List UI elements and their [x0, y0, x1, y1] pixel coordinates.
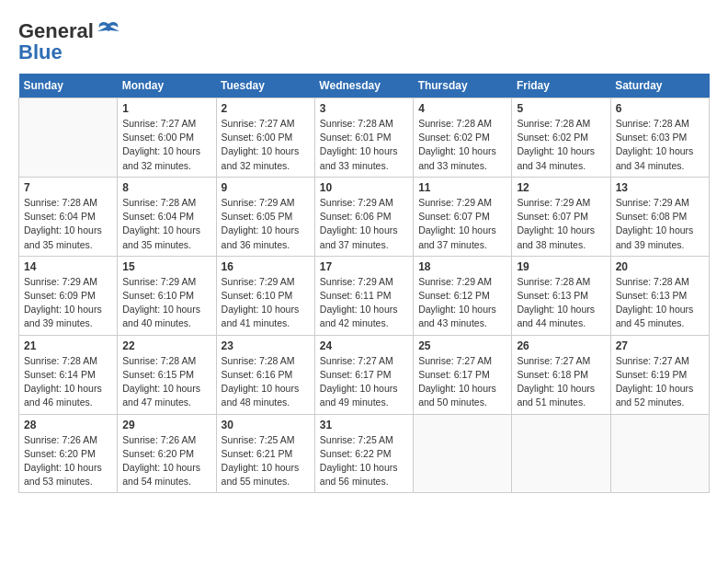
day-number: 28	[24, 419, 112, 431]
calendar-cell: 25Sunrise: 7:27 AM Sunset: 6:17 PM Dayli…	[414, 335, 512, 414]
day-info: Sunrise: 7:29 AM Sunset: 6:06 PM Dayligh…	[320, 196, 408, 252]
calendar-cell: 2Sunrise: 7:27 AM Sunset: 6:00 PM Daylig…	[216, 98, 314, 178]
calendar-week-5: 28Sunrise: 7:26 AM Sunset: 6:20 PM Dayli…	[19, 414, 710, 493]
calendar-cell: 22Sunrise: 7:28 AM Sunset: 6:15 PM Dayli…	[118, 335, 216, 414]
day-number: 25	[418, 339, 506, 352]
day-number: 22	[122, 339, 210, 352]
day-number: 23	[222, 339, 310, 352]
calendar-cell: 26Sunrise: 7:27 AM Sunset: 6:18 PM Dayli…	[512, 335, 610, 414]
calendar-cell	[414, 414, 512, 493]
day-number: 14	[24, 260, 112, 273]
day-info: Sunrise: 7:27 AM Sunset: 6:18 PM Dayligh…	[517, 354, 605, 410]
day-number: 15	[122, 260, 210, 273]
column-header-wednesday: Wednesday	[314, 74, 413, 98]
day-info: Sunrise: 7:28 AM Sunset: 6:13 PM Dayligh…	[517, 275, 605, 331]
calendar-cell: 11Sunrise: 7:29 AM Sunset: 6:07 PM Dayli…	[414, 177, 512, 256]
day-number: 31	[320, 419, 408, 431]
day-info: Sunrise: 7:25 AM Sunset: 6:22 PM Dayligh…	[320, 433, 408, 489]
calendar-cell: 24Sunrise: 7:27 AM Sunset: 6:17 PM Dayli…	[314, 335, 413, 414]
day-info: Sunrise: 7:29 AM Sunset: 6:10 PM Dayligh…	[122, 275, 210, 331]
day-number: 6	[616, 102, 704, 115]
column-header-friday: Friday	[512, 74, 610, 98]
day-number: 30	[222, 419, 310, 431]
calendar-cell: 17Sunrise: 7:29 AM Sunset: 6:11 PM Dayli…	[314, 256, 413, 335]
day-info: Sunrise: 7:29 AM Sunset: 6:10 PM Dayligh…	[222, 275, 310, 331]
day-number: 18	[418, 260, 506, 273]
day-info: Sunrise: 7:28 AM Sunset: 6:13 PM Dayligh…	[616, 275, 704, 331]
day-number: 1	[122, 102, 210, 115]
day-info: Sunrise: 7:29 AM Sunset: 6:08 PM Dayligh…	[616, 196, 704, 252]
day-info: Sunrise: 7:27 AM Sunset: 6:00 PM Dayligh…	[122, 117, 210, 173]
calendar-week-3: 14Sunrise: 7:29 AM Sunset: 6:09 PM Dayli…	[19, 256, 710, 335]
logo: General Blue	[18, 18, 121, 64]
calendar-cell: 5Sunrise: 7:28 AM Sunset: 6:02 PM Daylig…	[512, 98, 610, 178]
day-number: 29	[122, 419, 210, 431]
calendar-cell: 8Sunrise: 7:28 AM Sunset: 6:04 PM Daylig…	[118, 177, 216, 256]
day-number: 4	[418, 102, 506, 115]
calendar-cell: 30Sunrise: 7:25 AM Sunset: 6:21 PM Dayli…	[216, 414, 314, 493]
day-info: Sunrise: 7:27 AM Sunset: 6:19 PM Dayligh…	[616, 354, 704, 410]
calendar-cell: 12Sunrise: 7:29 AM Sunset: 6:07 PM Dayli…	[512, 177, 610, 256]
calendar-cell: 19Sunrise: 7:28 AM Sunset: 6:13 PM Dayli…	[512, 256, 610, 335]
calendar-cell: 4Sunrise: 7:28 AM Sunset: 6:02 PM Daylig…	[414, 98, 512, 178]
column-header-thursday: Thursday	[414, 74, 512, 98]
column-header-tuesday: Tuesday	[216, 74, 314, 98]
day-number: 24	[320, 339, 408, 352]
calendar-cell: 3Sunrise: 7:28 AM Sunset: 6:01 PM Daylig…	[314, 98, 413, 178]
day-info: Sunrise: 7:28 AM Sunset: 6:16 PM Dayligh…	[222, 354, 310, 410]
page-header: General Blue	[18, 18, 710, 64]
day-info: Sunrise: 7:29 AM Sunset: 6:11 PM Dayligh…	[320, 275, 408, 331]
day-number: 17	[320, 260, 408, 273]
calendar-cell: 10Sunrise: 7:29 AM Sunset: 6:06 PM Dayli…	[314, 177, 413, 256]
day-number: 5	[517, 102, 605, 115]
day-info: Sunrise: 7:29 AM Sunset: 6:07 PM Dayligh…	[418, 196, 506, 252]
day-info: Sunrise: 7:29 AM Sunset: 6:07 PM Dayligh…	[517, 196, 605, 252]
day-info: Sunrise: 7:28 AM Sunset: 6:14 PM Dayligh…	[24, 354, 112, 410]
day-number: 8	[122, 181, 210, 194]
day-number: 2	[222, 102, 310, 115]
day-info: Sunrise: 7:27 AM Sunset: 6:00 PM Dayligh…	[222, 117, 310, 173]
day-number: 10	[320, 181, 408, 194]
day-info: Sunrise: 7:28 AM Sunset: 6:01 PM Dayligh…	[320, 117, 408, 173]
calendar-cell: 21Sunrise: 7:28 AM Sunset: 6:14 PM Dayli…	[19, 335, 118, 414]
calendar-cell: 31Sunrise: 7:25 AM Sunset: 6:22 PM Dayli…	[314, 414, 413, 493]
day-info: Sunrise: 7:26 AM Sunset: 6:20 PM Dayligh…	[24, 433, 112, 489]
day-info: Sunrise: 7:28 AM Sunset: 6:04 PM Dayligh…	[122, 196, 210, 252]
calendar-cell: 13Sunrise: 7:29 AM Sunset: 6:08 PM Dayli…	[610, 177, 709, 256]
day-info: Sunrise: 7:29 AM Sunset: 6:05 PM Dayligh…	[222, 196, 310, 252]
day-info: Sunrise: 7:27 AM Sunset: 6:17 PM Dayligh…	[418, 354, 506, 410]
calendar-cell	[610, 414, 709, 493]
day-info: Sunrise: 7:27 AM Sunset: 6:17 PM Dayligh…	[320, 354, 408, 410]
calendar-header-row: SundayMondayTuesdayWednesdayThursdayFrid…	[19, 74, 710, 98]
calendar-cell	[512, 414, 610, 493]
calendar-cell: 23Sunrise: 7:28 AM Sunset: 6:16 PM Dayli…	[216, 335, 314, 414]
calendar-cell: 20Sunrise: 7:28 AM Sunset: 6:13 PM Dayli…	[610, 256, 709, 335]
column-header-monday: Monday	[118, 74, 216, 98]
day-info: Sunrise: 7:28 AM Sunset: 6:03 PM Dayligh…	[616, 117, 704, 173]
calendar-cell: 27Sunrise: 7:27 AM Sunset: 6:19 PM Dayli…	[610, 335, 709, 414]
column-header-saturday: Saturday	[610, 74, 709, 98]
day-number: 16	[222, 260, 310, 273]
day-number: 9	[222, 181, 310, 194]
calendar-cell: 15Sunrise: 7:29 AM Sunset: 6:10 PM Dayli…	[118, 256, 216, 335]
column-header-sunday: Sunday	[19, 74, 118, 98]
day-info: Sunrise: 7:29 AM Sunset: 6:09 PM Dayligh…	[24, 275, 112, 331]
day-number: 13	[616, 181, 704, 194]
day-info: Sunrise: 7:28 AM Sunset: 6:02 PM Dayligh…	[517, 117, 605, 173]
day-number: 3	[320, 102, 408, 115]
calendar-cell: 16Sunrise: 7:29 AM Sunset: 6:10 PM Dayli…	[216, 256, 314, 335]
day-number: 12	[517, 181, 605, 194]
day-number: 19	[517, 260, 605, 273]
day-number: 11	[418, 181, 506, 194]
calendar-cell: 9Sunrise: 7:29 AM Sunset: 6:05 PM Daylig…	[216, 177, 314, 256]
calendar-cell: 29Sunrise: 7:26 AM Sunset: 6:20 PM Dayli…	[118, 414, 216, 493]
calendar-week-2: 7Sunrise: 7:28 AM Sunset: 6:04 PM Daylig…	[19, 177, 710, 256]
day-number: 7	[24, 181, 112, 194]
calendar-cell: 7Sunrise: 7:28 AM Sunset: 6:04 PM Daylig…	[19, 177, 118, 256]
calendar-cell: 1Sunrise: 7:27 AM Sunset: 6:00 PM Daylig…	[118, 98, 216, 178]
calendar-week-4: 21Sunrise: 7:28 AM Sunset: 6:14 PM Dayli…	[19, 335, 710, 414]
day-number: 26	[517, 339, 605, 352]
calendar-cell: 28Sunrise: 7:26 AM Sunset: 6:20 PM Dayli…	[19, 414, 118, 493]
day-info: Sunrise: 7:29 AM Sunset: 6:12 PM Dayligh…	[418, 275, 506, 331]
day-info: Sunrise: 7:26 AM Sunset: 6:20 PM Dayligh…	[122, 433, 210, 489]
